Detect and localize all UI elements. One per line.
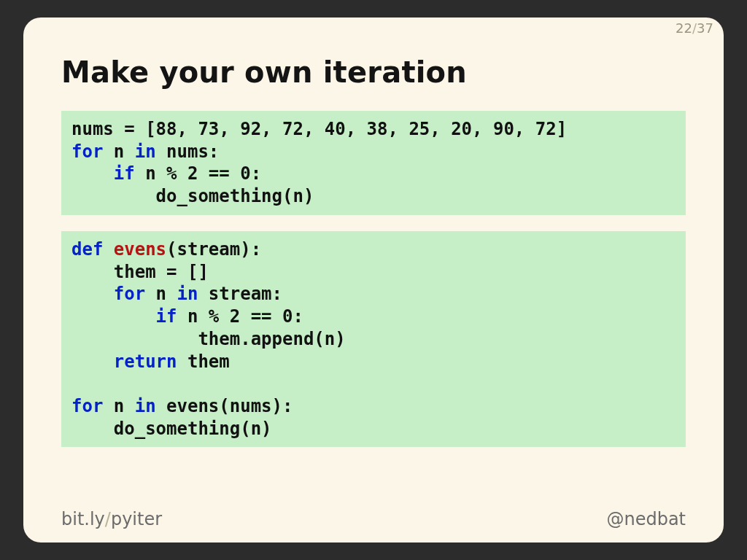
kw-if: if: [114, 163, 135, 184]
code2-l2: them = []: [71, 262, 209, 282]
slide-title: Make your own iteration: [61, 55, 467, 89]
kw-def: def: [71, 239, 103, 260]
kw-in: in: [135, 141, 156, 162]
kw-in: in: [135, 396, 156, 416]
code-block-2: def evens(stream): them = [] for n in st…: [61, 231, 686, 447]
slide: 22/37 Make your own iteration nums = [88…: [23, 18, 724, 542]
kw-in: in: [177, 284, 198, 304]
slide-counter: 22/37: [676, 20, 713, 36]
slide-current: 22: [676, 20, 692, 36]
kw-for: for: [71, 141, 103, 162]
footer-link[interactable]: bit.ly/pyiter: [61, 509, 162, 529]
code2-l5: them.append(n): [71, 329, 346, 349]
kw-for: for: [71, 396, 103, 416]
footer: bit.ly/pyiter @nedbat: [61, 509, 686, 529]
code-block-1: nums = [88, 73, 92, 72, 40, 38, 25, 20, …: [61, 111, 686, 215]
kw-for: for: [114, 284, 145, 304]
code2-l9: do_something(n): [71, 419, 272, 439]
kw-if: if: [156, 306, 177, 327]
stage: 22/37 Make your own iteration nums = [88…: [0, 0, 747, 560]
footer-handle[interactable]: @nedbat: [606, 509, 686, 529]
slide-total: 37: [697, 20, 713, 36]
code1-l1: nums = [88, 73, 92, 72, 40, 38, 25, 20, …: [71, 119, 567, 139]
kw-return: return: [114, 351, 177, 372]
fn-evens: evens: [114, 239, 166, 260]
code1-l4: do_something(n): [71, 186, 314, 206]
